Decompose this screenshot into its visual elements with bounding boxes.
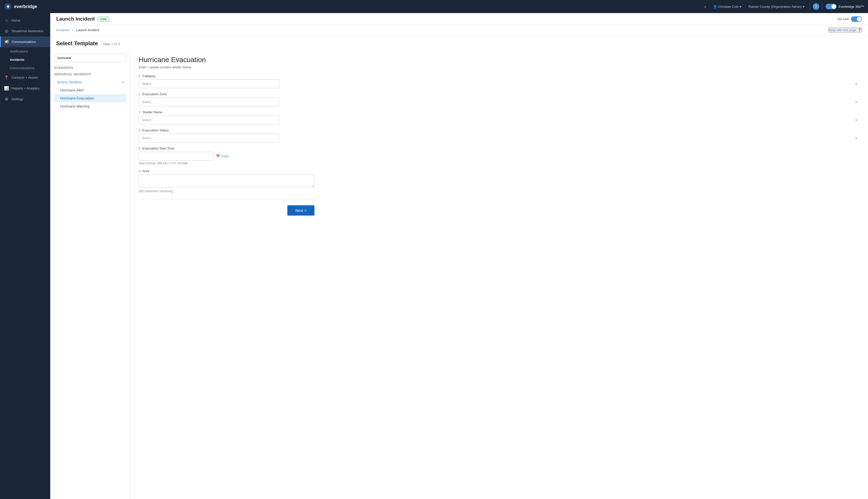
incident-form: Hurricane Evacuation Enter / update inci… [131, 50, 868, 499]
template-item-hurricane-evacuation[interactable]: Hurricane Evacuation [54, 94, 126, 102]
sidebar-item-communications[interactable]: 📢 Communications [0, 36, 50, 47]
sidebar: ⌂ Home ◎ Situational Awareness 📢 Communi… [0, 13, 50, 499]
incident-form-title: Hurricane Evacuation [139, 56, 860, 64]
sidebar-item-communications-sub[interactable]: Communications [0, 64, 50, 72]
toggle-label: Everbridge 360™ [839, 5, 864, 9]
help-btn[interactable]: ? [813, 3, 819, 10]
form-actions: Next > [139, 205, 314, 216]
communications-sub-label: Communications [10, 66, 34, 70]
category-select[interactable]: Select... [139, 80, 279, 88]
svg-point-1 [7, 5, 9, 8]
category-chevron-icon: ▾ [855, 82, 857, 86]
template-item-hurricane-warning[interactable]: Hurricane Warning [54, 102, 126, 110]
main-content: Launch Incident Live Go Live Incidents >… [50, 13, 868, 499]
incident-form-subtitle: Enter / update incident details below [139, 65, 860, 69]
top-nav-actions: » 👤 Christian Cole ▾ Rainier County (Org… [702, 3, 864, 10]
shelter-name-select[interactable]: Select... [139, 115, 279, 124]
content-title-row: Select Template Step 1 of 3 [50, 35, 868, 50]
breadcrumb-incidents-link[interactable]: Incidents [56, 28, 69, 32]
sidebar-item-comm-label: Communications [12, 40, 36, 44]
communications-icon: 📢 [4, 39, 9, 44]
sidebar-item-home-label: Home [12, 19, 20, 22]
breadcrumb-current: Launch Incident [76, 28, 99, 32]
reports-icon: 📊 [4, 86, 9, 91]
breadcrumb-separator: > [72, 28, 74, 32]
everbridge360-toggle-wrap: Everbridge 360™ [826, 4, 864, 9]
page-title: Launch Incident [56, 16, 95, 22]
contacts-icon: 📍 [4, 75, 9, 80]
sidebar-item-incidents[interactable]: Incidents [0, 56, 50, 64]
template-panel: Scenarios Individual Incidents Severe We… [50, 50, 131, 499]
nav-separator [809, 3, 810, 10]
template-individual-section: Individual Incidents Severe Weather ▾ Hu… [54, 73, 126, 110]
form-field-shelter-name: 3 Shelter Name Select... ▾ [139, 110, 860, 124]
form-area: Scenarios Individual Incidents Severe We… [50, 50, 868, 499]
sidebar-item-reports-label: Reports + Analytics [12, 86, 40, 90]
sidebar-item-settings[interactable]: ⚙ Settings [0, 94, 50, 105]
breadcrumb-nav: Incidents > Launch Incident [56, 28, 99, 32]
shelter-name-label: 3 Shelter Name [139, 110, 860, 114]
severe-weather-group-header[interactable]: Severe Weather ▾ [54, 78, 126, 86]
evacuation-status-chevron-icon: ▾ [855, 136, 857, 140]
breadcrumb: Incidents > Launch Incident Help with th… [50, 25, 868, 35]
help-circle-icon: ❓ [857, 28, 861, 32]
evacuation-status-select[interactable]: Select... [139, 134, 279, 143]
evacuation-zone-chevron-icon: ▾ [855, 100, 857, 104]
top-navigation: everbridge » 👤 Christian Cole ▾ Rainier … [0, 0, 868, 13]
go-live-toggle[interactable] [851, 16, 862, 22]
active-bar [0, 36, 1, 47]
next-button[interactable]: Next > [287, 205, 314, 216]
shelter-name-chevron-icon: ▾ [855, 118, 857, 122]
incidents-label: Incidents [10, 58, 24, 62]
help-with-page-btn[interactable]: Help with this page ❓ [828, 28, 862, 33]
form-field-evacuation-start-time: 5 Evacuation Start Time 📅 Clear Date For… [139, 146, 860, 165]
sidebar-item-sa-label: Situational Awareness [12, 29, 44, 33]
form-field-evacuation-status: 4 Evacuation Status Select... ▾ [139, 129, 860, 143]
sidebar-item-contacts-label: Contacts + Assets [12, 76, 38, 80]
sidebar-item-settings-label: Settings [12, 97, 23, 101]
form-field-category: 1 Category Select... ▾ [139, 74, 860, 88]
area-char-count: 260 characters remaining [139, 190, 860, 193]
severe-weather-items: Hurricane Alert Hurricane Evacuation Hur… [54, 86, 126, 110]
evacuation-status-label: 4 Evacuation Status [139, 129, 860, 132]
home-icon: ⌂ [4, 18, 9, 23]
individual-incidents-label: Individual Incidents [54, 73, 126, 76]
logo[interactable]: everbridge [4, 2, 37, 11]
area-textarea[interactable] [139, 174, 314, 187]
sidebar-item-home[interactable]: ⌂ Home [0, 15, 50, 26]
category-label: 1 Category [139, 74, 860, 78]
user-menu-btn[interactable]: 👤 Christian Cole ▾ [711, 4, 743, 10]
template-scenarios-section: Scenarios [54, 66, 126, 70]
area-label: 6 Area [139, 169, 860, 173]
evacuation-zone-select[interactable]: Select... [139, 97, 279, 106]
severe-weather-label: Severe Weather [57, 80, 82, 84]
logo-text: everbridge [14, 4, 37, 9]
datetime-wrap: 📅 Clear [139, 152, 860, 160]
shelter-name-select-wrap: Select... ▾ [139, 115, 860, 124]
notifications-label: Notifications [10, 49, 28, 53]
evacuation-zone-label: 2 Evacuation Zone [139, 92, 860, 96]
logo-icon [4, 2, 12, 11]
template-search-input[interactable] [54, 54, 126, 62]
nav-arrows-btn[interactable]: » [702, 4, 708, 10]
sidebar-item-reports-analytics[interactable]: 📊 Reports + Analytics [0, 83, 50, 94]
everbridge360-toggle[interactable] [826, 4, 836, 9]
app-body: ⌂ Home ◎ Situational Awareness 📢 Communi… [0, 13, 868, 499]
chevron-down-icon: ▾ [122, 81, 124, 84]
sidebar-item-situational-awareness[interactable]: ◎ Situational Awareness [0, 26, 50, 36]
scenarios-label: Scenarios [54, 66, 126, 70]
go-live-wrap: Go Live [838, 16, 862, 22]
calendar-icon: 📅 [216, 154, 220, 158]
situational-awareness-icon: ◎ [4, 29, 9, 34]
sidebar-item-contacts-assets[interactable]: 📍 Contacts + Assets [0, 72, 50, 83]
page-header: Launch Incident Live Go Live [50, 13, 868, 25]
org-menu-btn[interactable]: Rainier County (Organization Admin) ▾ [746, 4, 806, 10]
sidebar-item-notifications[interactable]: Notifications [0, 47, 50, 56]
evacuation-start-time-input[interactable] [139, 152, 214, 160]
template-item-hurricane-alert[interactable]: Hurricane Alert [54, 86, 126, 94]
live-badge: Live [98, 16, 109, 22]
evacuation-status-select-wrap: Select... ▾ [139, 134, 860, 143]
clear-datetime-btn[interactable]: 📅 Clear [216, 154, 229, 158]
go-live-label: Go Live [838, 17, 849, 21]
form-field-area: 6 Area 260 characters remaining [139, 169, 860, 193]
